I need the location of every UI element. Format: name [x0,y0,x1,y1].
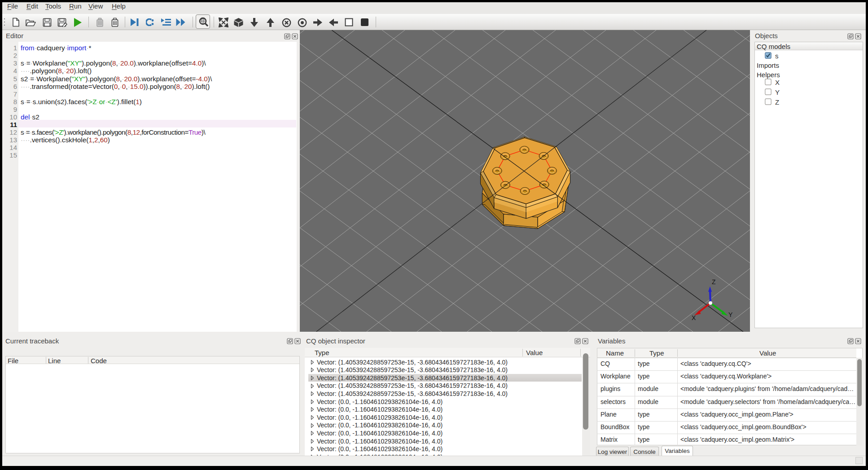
svg-text:X: X [692,314,696,321]
svg-text:Y: Y [728,311,733,318]
svg-text:Z: Z [712,278,716,286]
